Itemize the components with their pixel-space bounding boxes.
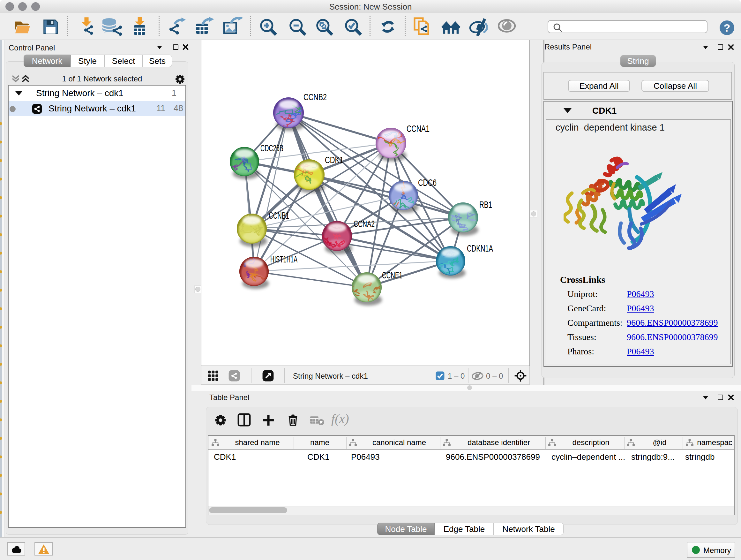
svg-text:CDKN1A: CDKN1A [467, 243, 493, 253]
svg-text:CDC25B: CDC25B [260, 143, 283, 153]
svg-text:RB1: RB1 [479, 199, 492, 210]
svg-text:CDK1: CDK1 [325, 154, 343, 165]
svg-text:CCNB2: CCNB2 [304, 91, 327, 102]
svg-text:CCNB1: CCNB1 [269, 210, 289, 221]
svg-text:CCNA2: CCNA2 [354, 219, 375, 229]
svg-text:CCNE1: CCNE1 [382, 270, 402, 280]
svg-text:CCNA1: CCNA1 [407, 123, 429, 134]
svg-text:HIST1H1A: HIST1H1A [270, 254, 297, 264]
svg-text:CDC6: CDC6 [418, 177, 436, 188]
